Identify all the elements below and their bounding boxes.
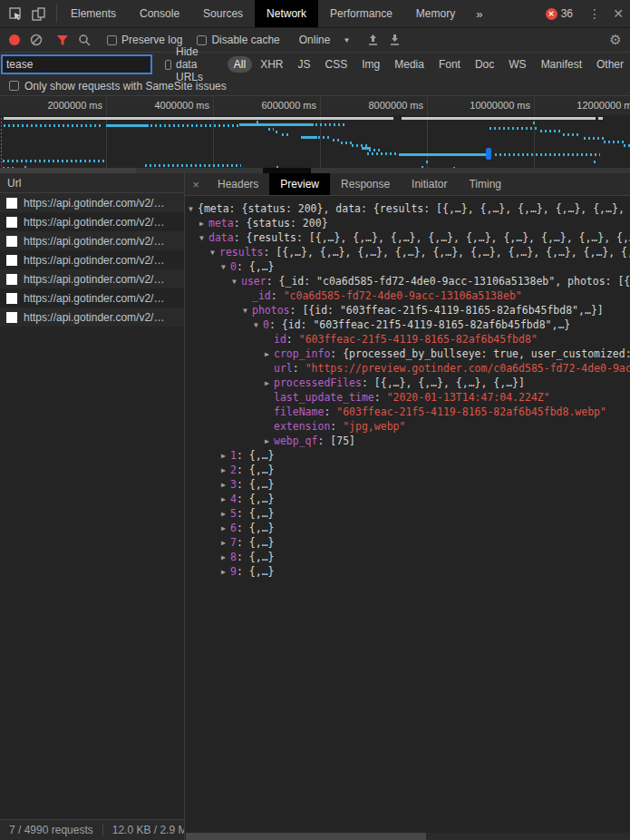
- inspect-element-icon[interactable]: [4, 3, 27, 24]
- json-tree-row[interactable]: fileName: "603ffeac-21f5-4119-8165-82af6…: [189, 405, 630, 419]
- console-error-badge[interactable]: ✕ 36: [540, 7, 578, 20]
- json-tree-row[interactable]: ▶4: {,…}: [189, 492, 630, 506]
- expand-arrow-icon[interactable]: ▶: [221, 565, 230, 580]
- request-row[interactable]: https://api.gotinder.com/v2/…: [0, 231, 184, 250]
- json-tree-row[interactable]: ▶9: {,…}: [189, 564, 630, 579]
- tab-sources[interactable]: Sources: [191, 0, 255, 27]
- request-row[interactable]: https://api.gotinder.com/v2/…: [0, 269, 184, 288]
- expand-arrow-icon[interactable]: ▶: [265, 435, 274, 449]
- import-har-button[interactable]: [362, 30, 383, 50]
- json-tree-row[interactable]: ▶8: {,…}: [189, 550, 630, 564]
- timeline-scrubber-handle[interactable]: [486, 148, 491, 160]
- expand-arrow-icon[interactable]: ▶: [221, 536, 230, 551]
- expand-arrow-icon[interactable]: ▶: [221, 478, 230, 493]
- clear-button[interactable]: [25, 30, 47, 50]
- tab-elements[interactable]: Elements: [59, 0, 128, 27]
- disable-cache-checkbox[interactable]: Disable cache: [197, 34, 279, 46]
- devtools-close-icon[interactable]: ✕: [606, 3, 630, 24]
- request-row[interactable]: https://api.gotinder.com/v2/…: [0, 250, 184, 269]
- network-overview-timeline[interactable]: 2000000 ms4000000 ms6000000 ms8000000 ms…: [0, 96, 630, 174]
- details-tab-response[interactable]: Response: [330, 173, 401, 195]
- tab-network[interactable]: Network: [255, 0, 318, 27]
- expand-arrow-icon[interactable]: ▶: [265, 347, 274, 362]
- url-column-header[interactable]: Url: [0, 173, 184, 193]
- devtools-menu-icon[interactable]: ⋮: [583, 3, 606, 24]
- details-tab-headers[interactable]: Headers: [207, 173, 269, 195]
- details-horizontal-scrollbar[interactable]: [186, 833, 630, 840]
- filter-type-other[interactable]: Other: [590, 56, 630, 73]
- filter-type-xhr[interactable]: XHR: [254, 56, 289, 73]
- json-tree-row[interactable]: ▶crop_info: {processed_by_bullseye: true…: [189, 347, 630, 361]
- collapse-arrow-icon[interactable]: ▼: [221, 260, 230, 275]
- json-tree-row[interactable]: ▼results: [{,…}, {,…}, {,…}, {,…}, {,…},…: [189, 245, 630, 259]
- throttling-dropdown[interactable]: Online ▼: [292, 34, 358, 46]
- scrollbar-thumb[interactable]: [186, 833, 426, 840]
- filter-button[interactable]: [52, 30, 73, 50]
- expand-arrow-icon[interactable]: ▶: [221, 449, 230, 464]
- expand-arrow-icon[interactable]: ▶: [221, 464, 230, 478]
- tab-memory[interactable]: Memory: [404, 0, 467, 27]
- request-row[interactable]: https://api.gotinder.com/v2/…: [0, 288, 184, 308]
- preserve-log-checkbox[interactable]: Preserve log: [107, 34, 182, 46]
- tab-console[interactable]: Console: [128, 0, 191, 27]
- request-row[interactable]: https://api.gotinder.com/v2/…: [0, 308, 184, 327]
- collapse-arrow-icon[interactable]: ▼: [254, 318, 263, 333]
- expand-arrow-icon[interactable]: ▶: [265, 376, 274, 391]
- collapse-arrow-icon[interactable]: ▼: [199, 231, 208, 246]
- json-tree-row[interactable]: ▶7: {,…}: [189, 535, 630, 550]
- json-tree-row[interactable]: ▼{meta: {status: 200}, data: {results: […: [189, 201, 630, 216]
- filter-input[interactable]: [1, 54, 152, 74]
- request-row[interactable]: https://api.gotinder.com/v2/…: [0, 212, 184, 231]
- json-tree-row[interactable]: ▶3: {,…}: [189, 477, 630, 492]
- filter-type-doc[interactable]: Doc: [469, 56, 500, 73]
- samesite-filter-row[interactable]: Only show requests with SameSite issues: [0, 76, 630, 96]
- json-tree-row[interactable]: ▶6: {,…}: [189, 521, 630, 535]
- more-tabs-button[interactable]: »: [467, 0, 491, 27]
- filter-type-ws[interactable]: WS: [502, 56, 532, 73]
- network-settings-button[interactable]: ⚙: [605, 30, 626, 50]
- json-tree-row[interactable]: ▶1: {,…}: [189, 448, 630, 463]
- json-tree-row[interactable]: ▼data: {results: [{,…}, {,…}, {,…}, {,…}…: [189, 230, 630, 245]
- json-tree-row[interactable]: id: "603ffeac-21f5-4119-8165-82af6b45fbd…: [189, 332, 630, 347]
- collapse-arrow-icon[interactable]: ▼: [232, 275, 241, 289]
- expand-arrow-icon[interactable]: ▶: [221, 522, 230, 536]
- filter-type-manifest[interactable]: Manifest: [535, 56, 588, 73]
- details-tab-initiator[interactable]: Initiator: [401, 173, 458, 195]
- filter-type-font[interactable]: Font: [432, 56, 467, 73]
- json-tree-row[interactable]: last_update_time: "2020-01-13T14:47:04.2…: [189, 390, 630, 405]
- json-tree-row[interactable]: ▼0: {,…}: [189, 259, 630, 274]
- filter-type-js[interactable]: JS: [292, 56, 317, 73]
- collapse-arrow-icon[interactable]: ▼: [210, 246, 219, 260]
- collapse-arrow-icon[interactable]: ▼: [189, 202, 198, 217]
- export-har-button[interactable]: [383, 30, 405, 50]
- request-row[interactable]: https://api.gotinder.com/v2/…: [0, 193, 184, 212]
- json-tree-row[interactable]: _id: "c0a6d585-fd72-4de0-9acc-13106a5138…: [189, 288, 630, 303]
- expand-arrow-icon[interactable]: ▶: [199, 217, 208, 231]
- json-tree-row[interactable]: ▶webp_qf: [75]: [189, 434, 630, 448]
- json-tree-row[interactable]: ▶5: {,…}: [189, 506, 630, 521]
- filter-type-all[interactable]: All: [228, 56, 252, 73]
- expand-arrow-icon[interactable]: ▶: [221, 507, 230, 522]
- json-tree-row[interactable]: ▶2: {,…}: [189, 463, 630, 477]
- filter-type-css[interactable]: CSS: [319, 56, 354, 73]
- json-tree-row[interactable]: url: "https://preview.gotinder.com/c0a6d…: [189, 361, 630, 376]
- close-details-icon[interactable]: ×: [185, 173, 207, 195]
- expand-arrow-icon[interactable]: ▶: [221, 493, 230, 507]
- json-tree-row[interactable]: ▼photos: [{id: "603ffeac-21f5-4119-8165-…: [189, 303, 630, 317]
- filter-type-img[interactable]: Img: [355, 56, 386, 73]
- json-tree-row[interactable]: ▶processedFiles: [{,…}, {,…}, {,…}, {,…}…: [189, 376, 630, 390]
- json-tree-row[interactable]: ▼0: {id: "603ffeac-21f5-4119-8165-82af6b…: [189, 317, 630, 332]
- hide-data-urls-checkbox[interactable]: Hide data URLs: [165, 45, 218, 83]
- json-tree-row[interactable]: ▼user: {_id: "c0a6d585-fd72-4de0-9acc-13…: [189, 274, 630, 288]
- device-toolbar-icon[interactable]: [27, 3, 51, 24]
- details-tab-timing[interactable]: Timing: [458, 173, 512, 195]
- filter-type-media[interactable]: Media: [388, 56, 431, 73]
- search-button[interactable]: [73, 30, 95, 50]
- expand-arrow-icon[interactable]: ▶: [221, 551, 230, 565]
- json-tree-row[interactable]: ▶meta: {status: 200}: [189, 216, 630, 230]
- tab-performance[interactable]: Performance: [318, 0, 404, 27]
- record-button[interactable]: [4, 30, 25, 50]
- collapse-arrow-icon[interactable]: ▼: [243, 304, 252, 318]
- json-tree-row[interactable]: extension: "jpg,webp": [189, 419, 630, 434]
- details-tab-preview[interactable]: Preview: [269, 173, 330, 195]
